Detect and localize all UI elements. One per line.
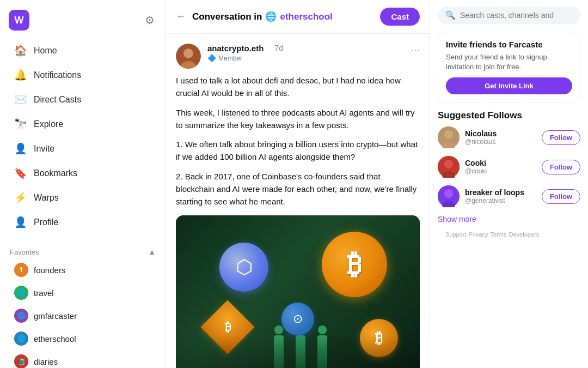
fav-label: gmfarcaster — [34, 311, 77, 321]
fav-label: founders — [34, 266, 65, 275]
invite-card: Invite friends to Farcaste Send your fri… — [438, 32, 580, 102]
invite-desc: Send your friend a link to signup invita… — [446, 52, 572, 72]
post-paragraph-4: 2. Back in 2017, one of Coinbase's co-fo… — [176, 170, 420, 208]
home-icon: 🏠 — [14, 44, 27, 57]
channel-name: etherschool — [280, 11, 332, 22]
invite-title: Invite friends to Farcaste — [446, 40, 572, 49]
follow-button-nicolaus[interactable]: Follow — [542, 130, 580, 145]
founders-avatar: f — [14, 263, 28, 277]
search-bar: 🔍 — [438, 7, 580, 24]
btc-diamond-text: ₿ — [225, 320, 231, 334]
footer-link-terms[interactable]: Terms — [491, 231, 507, 238]
post-time: 7d — [274, 44, 283, 52]
btc-coin-large: ₿ — [322, 232, 387, 297]
get-invite-link-button[interactable]: Get Invite Link — [446, 77, 572, 94]
post-menu-button[interactable]: ··· — [411, 44, 420, 56]
sidebar-item-label: Profile — [34, 218, 58, 227]
follow-info: Cooki @cooki — [465, 159, 536, 175]
image-overlay — [176, 335, 420, 368]
sidebar-item-home[interactable]: 🏠 Home — [4, 38, 161, 63]
search-input[interactable] — [460, 11, 573, 20]
settings-button[interactable]: ⚙ — [143, 11, 157, 29]
follow-info: Nicolaus @nicolaus — [465, 129, 536, 146]
follow-item-breaker: breaker of loops @generativist Follow — [438, 185, 580, 207]
sidebar-item-label: Bookmarks — [34, 168, 77, 178]
member-badge: 🔷 Member — [207, 54, 264, 62]
main-content: ← Conversation in 🌐 etherschool Cast ana… — [166, 0, 430, 368]
conversation-header: ← Conversation in 🌐 etherschool Cast — [166, 0, 430, 34]
sidebar-item-etherschool[interactable]: 🌐 etherschool — [4, 327, 161, 350]
cooki-avatar — [438, 156, 460, 178]
favorites-label: Favorites — [10, 248, 39, 256]
footer-link-developers[interactable]: Developers — [509, 231, 540, 238]
sidebar-item-label: Home — [34, 46, 57, 56]
sidebar-item-founders[interactable]: f founders — [4, 258, 161, 281]
follow-handle: @cooki — [465, 167, 536, 175]
sidebar-item-travel[interactable]: 🌐 travel — [4, 281, 161, 304]
avatar — [176, 44, 201, 69]
globe-emoji: 🌐 — [265, 11, 277, 22]
sidebar-item-label: Notifications — [34, 70, 81, 80]
sidebar-item-gmfarcaster[interactable]: 🌐 gmfarcaster — [4, 304, 161, 327]
post-author: anatcrypto.eth — [207, 44, 264, 53]
right-panel: 🔍 Invite friends to Farcaste Send your f… — [430, 0, 588, 368]
eth-coin: ⬡ — [219, 243, 268, 292]
post-container: anatcrypto.eth 🔷 Member 7d ··· I used to… — [166, 34, 430, 368]
post-paragraph-1: I used to talk a lot about defi and deso… — [176, 74, 420, 100]
profile-icon: 👤 — [14, 216, 27, 228]
gmfarcaster-avatar: 🌐 — [14, 309, 28, 323]
follow-item-cooki: Cooki @cooki Follow — [438, 156, 580, 178]
collapse-icon[interactable]: ▲ — [148, 248, 156, 256]
follow-button-breaker[interactable]: Follow — [542, 189, 580, 204]
follow-name: breaker of loops — [465, 188, 536, 197]
back-button[interactable]: ← — [176, 11, 186, 22]
svg-point-7 — [444, 160, 453, 168]
post-paragraph-2: This week, I listened to three podcasts … — [176, 106, 420, 132]
sidebar-item-explore[interactable]: 🔭 Explore — [4, 112, 161, 136]
follow-name: Cooki — [465, 159, 536, 167]
footer-links: Support Privacy Terms Developers — [438, 231, 580, 238]
cast-button[interactable]: Cast — [380, 8, 420, 26]
sidebar-item-warps[interactable]: ⚡ Warps — [4, 185, 161, 210]
sidebar-item-label: Explore — [34, 119, 63, 129]
follow-handle: @generativist — [465, 197, 536, 204]
sidebar-item-bookmarks[interactable]: 🔖 Bookmarks — [4, 161, 161, 185]
fav-label: travel — [34, 288, 54, 298]
suggested-title: Suggested Follows — [438, 110, 580, 121]
post-body: I used to talk a lot about defi and deso… — [176, 74, 420, 208]
footer-link-privacy[interactable]: Privacy — [469, 231, 488, 238]
direct-casts-icon: ✉️ — [14, 93, 27, 106]
show-more-button[interactable]: Show more — [438, 215, 580, 224]
notifications-icon: 🔔 — [14, 69, 27, 81]
sidebar-item-diaries[interactable]: 📓 diaries — [4, 350, 161, 368]
etherschool-avatar: 🌐 — [14, 331, 28, 346]
sidebar-item-label: Invite — [34, 144, 54, 154]
warps-icon: ⚡ — [14, 191, 27, 204]
post-paragraph-3: 1. We often talk about bringing a billio… — [176, 138, 420, 164]
post-image: ₿ ⬡ ⊙ ₿ ₿ — [176, 215, 420, 368]
follow-name: Nicolaus — [465, 129, 536, 138]
sidebar-item-label: Direct Casts — [34, 95, 81, 105]
app-logo: W — [9, 10, 29, 31]
conversation-title-text: Conversation in — [192, 11, 262, 22]
sidebar-item-profile[interactable]: 👤 Profile — [4, 210, 161, 234]
fav-label: diaries — [34, 357, 58, 366]
footer-link-support[interactable]: Support — [445, 231, 467, 238]
suggested-follows-section: Suggested Follows Nicolaus @nicolaus Fol… — [430, 110, 588, 238]
search-icon: 🔍 — [445, 10, 456, 20]
svg-point-10 — [444, 189, 453, 198]
sidebar-item-direct-casts[interactable]: ✉️ Direct Casts — [4, 87, 161, 112]
fav-label: etherschool — [34, 334, 76, 343]
post-header: anatcrypto.eth 🔷 Member 7d ··· — [176, 44, 420, 69]
sidebar-item-notifications[interactable]: 🔔 Notifications — [4, 63, 161, 87]
favorites-header: Favorites ▲ — [0, 243, 166, 258]
conversation-title: Conversation in 🌐 etherschool — [192, 11, 333, 22]
coinbase-coin: ⊙ — [281, 303, 314, 335]
nicolaus-avatar — [438, 126, 460, 148]
bookmarks-icon: 🔖 — [14, 167, 27, 179]
invite-icon: 👤 — [14, 142, 27, 155]
sidebar-item-invite[interactable]: 👤 Invite — [4, 136, 161, 161]
follow-button-cooki[interactable]: Follow — [542, 160, 580, 174]
sidebar: W ⚙ 🏠 Home 🔔 Notifications ✉️ Direct Cas… — [0, 0, 166, 368]
svg-point-4 — [444, 130, 453, 139]
